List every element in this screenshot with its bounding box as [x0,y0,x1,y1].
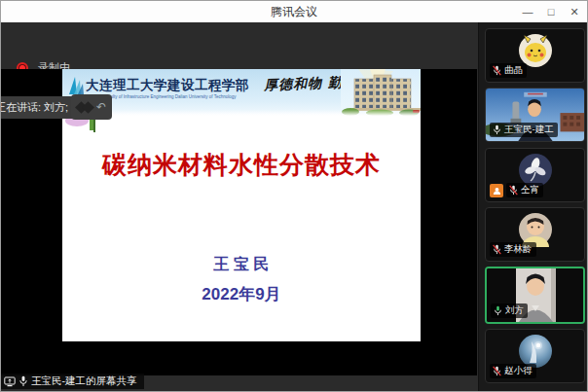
annotation-marks: ↶ [71,94,112,120]
participant-name: 李林龄 [504,243,533,256]
maximize-button[interactable]: □ [542,3,560,20]
participant-name: 曲晶 [504,64,523,77]
screen-share-icon [4,376,16,387]
participant-name: 王宝民-建工 [504,124,554,136]
speaking-banner: 正在讲话: 刘方; [1,96,72,119]
mic-muted-icon [508,185,519,196]
mic-on-icon [18,375,28,387]
share-source-label: 王宝民-建工的屏幕共享 [1,374,144,389]
slide-title: 碳纳米材料水性分散技术 [62,149,421,181]
university-logo-icon [66,75,86,96]
school-name: 大连理工大学建设工程学部 [86,77,249,94]
titlebar: 腾讯会议 — □ ✕ [1,1,587,22]
meeting-window: 腾讯会议 — □ ✕ 录制中 大连理工大学建设工程学部 Faculty of I… [0,0,588,392]
speaking-label: 正在讲话: 刘方; [0,100,68,115]
participant-name: 仝宵 [521,184,539,196]
participant-name-tag: 李林龄 [490,242,536,257]
participant-name: 刘方 [505,304,524,317]
share-source-text: 王宝民-建工的屏幕共享 [31,374,137,388]
participants-sidebar: 曲晶 [478,22,588,392]
participant-name-tag: 赵小得 [490,364,536,378]
slide-author: 王 宝 民 [62,255,421,275]
slide-banner: 大连理工大学建设工程学部 Faculty of Infrastructure E… [62,69,421,116]
mic-muted-icon [492,65,502,76]
mic-muted-icon [492,244,502,255]
participant-name: 赵小得 [504,365,533,377]
participant-name-tag: 曲晶 [490,63,527,78]
school-name-en: Faculty of Infrastructure Engineering Da… [103,94,237,99]
participant-tile[interactable]: 曲晶 [485,28,585,83]
minimize-button[interactable]: — [519,3,536,20]
mic-active-icon [493,305,503,316]
participant-name-tag: 仝宵 [506,183,543,197]
banner-fade [62,110,421,116]
mic-on-icon [492,125,502,135]
undo-arrow-icon: ↶ [96,100,106,114]
participant-tile[interactable]: 李林龄 [485,207,585,262]
participant-tile[interactable]: 赵小得 [485,329,585,383]
campus-building-image [341,69,421,116]
close-button[interactable]: ✕ [566,3,583,20]
slide-date: 2022年9月 [62,283,421,305]
participant-tile[interactable]: 王宝民-建工 [485,88,585,142]
presentation-slide: 大连理工大学建设工程学部 Faculty of Infrastructure E… [62,69,421,341]
window-controls: — □ ✕ [519,1,583,22]
participant-name-tag: 王宝民-建工 [490,123,558,137]
annotation-mark-icon [82,101,94,114]
person-icon [493,187,501,196]
window-title: 腾讯会议 [271,4,317,20]
member-badge [490,184,503,197]
participant-name-tag: 刘方 [491,303,528,318]
participant-tile-speaking[interactable]: 刘方 [485,267,585,324]
mic-muted-icon [492,366,502,376]
participant-tile[interactable]: 仝宵 [485,148,585,202]
